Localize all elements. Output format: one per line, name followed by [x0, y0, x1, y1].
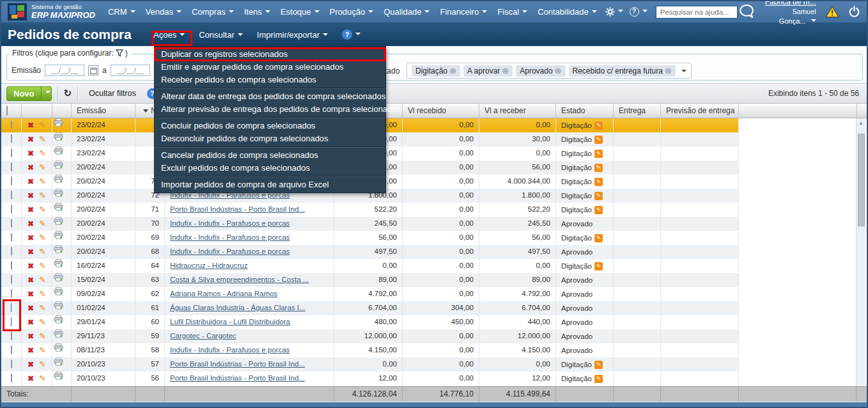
header-select-all[interactable] — [1, 104, 22, 118]
row-checkbox[interactable] — [11, 219, 12, 228]
delete-icon[interactable]: ✖ — [27, 374, 34, 383]
delete-icon[interactable]: ✖ — [27, 191, 34, 200]
company-link[interactable]: Fábrica de m... — [765, 0, 816, 6]
print-icon[interactable] — [54, 329, 63, 338]
print-icon[interactable] — [54, 245, 63, 253]
menu-item[interactable]: Alterar data de entrega dos pedidos de c… — [155, 90, 385, 103]
menu-item[interactable]: Excluir pedidos de compra selecionados — [155, 162, 385, 175]
header-emissao[interactable]: Emissão — [72, 104, 136, 118]
print-icon[interactable] — [54, 231, 63, 239]
row-checkbox[interactable] — [11, 191, 12, 200]
row-checkbox[interactable] — [11, 162, 12, 171]
nav-item-compras[interactable]: Compras — [187, 7, 239, 17]
row-checkbox[interactable] — [11, 177, 12, 185]
edit-icon[interactable]: ✎ — [39, 205, 46, 214]
delete-icon[interactable]: ✖ — [27, 318, 34, 327]
print-icon[interactable] — [54, 175, 63, 183]
supplier-link[interactable]: Porto Brasil Indústrias - Porto Brasil I… — [170, 360, 305, 368]
estado-edit-icon[interactable]: ✎ — [594, 178, 603, 186]
nav-item-produo[interactable]: Produção — [325, 7, 379, 17]
edit-icon[interactable]: ✎ — [39, 331, 46, 341]
refresh-icon[interactable]: ↻ — [64, 88, 72, 99]
nav-item-contabilidade[interactable]: Contabilidade — [532, 7, 602, 17]
print-icon[interactable] — [54, 217, 63, 225]
estado-edit-icon[interactable]: ✎ — [594, 234, 603, 242]
supplier-link[interactable]: Águas Claras Industria - Águas Claras I.… — [170, 304, 306, 311]
estado-edit-icon[interactable]: ✎ — [594, 122, 603, 130]
supplier-link[interactable]: Porto Brasil Indústrias - Porto Brasil I… — [170, 374, 305, 382]
supplier-link[interactable]: Cargotec - Cargotec — [170, 332, 236, 340]
edit-icon[interactable]: ✎ — [39, 219, 46, 228]
nav-item-estoque[interactable]: Estoque — [275, 7, 325, 17]
chat-bubble-icon[interactable] — [738, 3, 756, 20]
row-checkbox[interactable] — [11, 345, 12, 354]
delete-icon[interactable]: ✖ — [27, 149, 34, 158]
print-icon[interactable] — [54, 287, 63, 295]
edit-icon[interactable]: ✎ — [39, 373, 46, 383]
delete-icon[interactable]: ✖ — [27, 276, 34, 285]
header-vl-a-receber[interactable]: Vl a receber — [479, 104, 556, 118]
estado-edit-icon[interactable]: ✎ — [594, 164, 603, 172]
edit-icon[interactable]: ✎ — [39, 162, 46, 172]
supplier-link[interactable]: Costa & Silva empreendimentos - Costa ..… — [170, 276, 309, 283]
edit-icon[interactable]: ✎ — [39, 303, 46, 313]
estado-edit-icon[interactable]: ✎ — [594, 206, 603, 214]
row-checkbox[interactable] — [11, 359, 12, 368]
supplier-link[interactable]: Indufix - Indufix - Parafusos e porcas — [170, 219, 290, 227]
chip-remove-icon[interactable]: ⊗ — [555, 67, 562, 75]
menu-consultar[interactable]: Consultar — [199, 30, 243, 40]
menu-item[interactable]: Emitir e aprovar pedidos de compra selec… — [155, 61, 385, 74]
help-menu[interactable]: ? — [626, 7, 651, 17]
maxiprod-logo-icon[interactable] — [8, 3, 27, 20]
edit-icon[interactable]: ✎ — [39, 177, 46, 186]
select-all-checkbox[interactable] — [6, 106, 8, 116]
row-checkbox[interactable] — [3, 303, 20, 315]
estado-edit-icon[interactable]: ✎ — [594, 136, 603, 144]
estado-edit-icon[interactable]: ✎ — [594, 192, 603, 200]
edit-icon[interactable]: ✎ — [39, 317, 46, 327]
row-checkbox[interactable] — [11, 275, 12, 284]
delete-icon[interactable]: ✖ — [27, 177, 34, 186]
print-icon[interactable] — [54, 357, 63, 366]
menu-item[interactable]: Concluir pedidos de compra selecionados — [155, 120, 385, 132]
row-checkbox[interactable] — [11, 247, 12, 256]
print-icon[interactable] — [54, 132, 63, 141]
estado-edit-icon[interactable]: ✎ — [594, 361, 603, 369]
new-button-split[interactable] — [41, 87, 51, 100]
delete-icon[interactable]: ✖ — [27, 233, 34, 242]
menu-item[interactable]: Importar pedidos de compra de arquivo Ex… — [155, 178, 385, 191]
supplier-link[interactable]: Porto Brasil Indústrias - Porto Brasil I… — [170, 205, 305, 213]
row-checkbox[interactable] — [11, 134, 12, 143]
edit-icon[interactable]: ✎ — [39, 359, 46, 369]
print-icon[interactable] — [54, 343, 63, 352]
nav-item-vendas[interactable]: Vendas — [141, 7, 187, 17]
row-checkbox[interactable] — [11, 261, 12, 270]
chevron-down-icon[interactable] — [681, 70, 686, 75]
edit-icon[interactable]: ✎ — [39, 120, 46, 130]
emissao-from-input[interactable] — [45, 65, 84, 76]
chip-remove-icon[interactable]: ⊗ — [665, 67, 672, 75]
row-checkbox[interactable] — [11, 373, 12, 382]
calendar-icon[interactable] — [88, 65, 98, 75]
account-menu[interactable]: Fábrica de m... Samuel Gonça... — [764, 0, 816, 26]
scrollbar-thumb[interactable] — [858, 134, 865, 226]
supplier-link[interactable]: Hidraucruz - Hidraucruz — [170, 262, 247, 269]
print-icon[interactable] — [54, 161, 63, 169]
edit-icon[interactable]: ✎ — [39, 247, 46, 256]
delete-icon[interactable]: ✖ — [27, 205, 34, 214]
header-previsao[interactable]: Previsão de entrega — [661, 104, 739, 118]
supplier-link[interactable]: Lufil Distribuidora - Lufil Distribuidor… — [170, 318, 290, 326]
delete-icon[interactable]: ✖ — [27, 262, 34, 271]
delete-icon[interactable]: ✖ — [27, 304, 34, 313]
row-checkbox[interactable] — [11, 120, 12, 129]
print-icon[interactable] — [54, 203, 63, 211]
nav-item-financeiro[interactable]: Financeiro — [435, 7, 492, 17]
menu-item[interactable]: Duplicar os registros selecionados — [155, 48, 385, 61]
menu-item[interactable]: Receber pedidos de compra selecionados — [155, 74, 385, 86]
estado-edit-icon[interactable]: ✎ — [594, 150, 603, 158]
menu-item[interactable]: Cancelar pedidos de compra selecionados — [155, 149, 385, 162]
menu-help[interactable]: ? — [342, 29, 360, 40]
supplier-link[interactable]: Indufix - Indufix - Parafusos e porcas — [170, 233, 290, 241]
print-icon[interactable] — [54, 259, 63, 267]
settings-menu[interactable] — [602, 7, 626, 17]
